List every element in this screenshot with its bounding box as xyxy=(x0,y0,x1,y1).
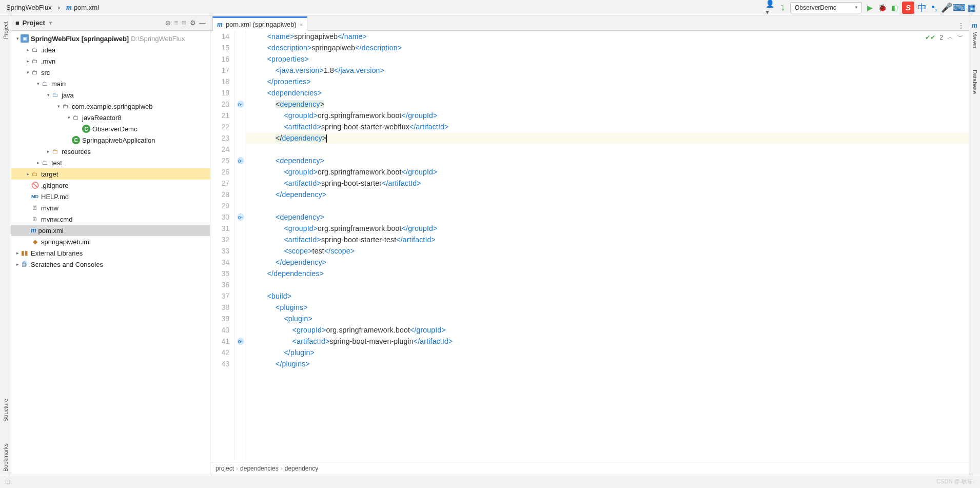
inspection-count: 2 xyxy=(939,34,943,41)
build-icon[interactable]: ⤵ xyxy=(778,3,787,12)
structure-breadcrumb: project › dependencies › dependency xyxy=(210,462,969,475)
workspace: Project Structure Bookmarks ■Project▼ ⊕ … xyxy=(0,15,980,475)
project-panel-title-label: Project xyxy=(23,19,45,27)
tree-scratches[interactable]: ▸🗐Scratches and Consoles xyxy=(11,259,210,270)
maven-file-icon: m xyxy=(66,4,72,12)
tree-test[interactable]: ▸🗀test xyxy=(11,157,210,168)
nav-crumb-file-label: pom.xml xyxy=(74,4,99,11)
collapse-all-icon[interactable]: ≣ xyxy=(181,19,187,27)
run-config-label: ObserverDemc xyxy=(795,4,836,11)
tree-resources[interactable]: ▸🗀resources xyxy=(11,146,210,157)
editor-area: m pom.xml (springapiweb) × ⋮ 14151617181… xyxy=(210,15,969,475)
ime-grid-icon[interactable]: ▦ xyxy=(967,3,976,12)
tree-target[interactable]: ▸🗀target xyxy=(11,168,210,180)
tree-src[interactable]: ▾🗀src xyxy=(11,67,210,78)
inspection-widget[interactable]: ✔✔ 2 ︿ ﹀ xyxy=(925,33,964,42)
project-panel-title[interactable]: ■Project▼ xyxy=(15,19,53,27)
crumb-dependency[interactable]: dependency xyxy=(285,465,318,472)
project-panel-tools: ⊕ ≡ ≣ ⚙ — xyxy=(165,19,206,27)
tree-mvnwcmd[interactable]: ▸🗎mvnw.cmd xyxy=(11,213,210,225)
nav-crumb-project-label: SpringWebFlux xyxy=(6,4,52,11)
toolbar-right: 👤▾ ⤵ ObserverDemc ▶ 🐞 ◧ S 中 •, 🎤 ⌨ ▦ xyxy=(766,2,976,14)
tree-help[interactable]: ▸MDHELP.md xyxy=(11,191,210,202)
status-bar: ▢ CSDN @-耿瑞- xyxy=(0,475,980,488)
user-icon[interactable]: 👤▾ xyxy=(766,3,775,12)
navigation-bar: SpringWebFlux › m pom.xml 👤▾ ⤵ ObserverD… xyxy=(0,0,980,15)
chevron-right-icon: › xyxy=(236,465,238,472)
expand-all-icon[interactable]: ≡ xyxy=(174,19,178,27)
code-content[interactable]: ✔✔ 2 ︿ ﹀ <name>springapiweb</name> <desc… xyxy=(246,31,969,462)
locate-icon[interactable]: ⊕ xyxy=(165,19,171,27)
status-icon[interactable]: ▢ xyxy=(5,478,10,485)
debug-icon[interactable]: 🐞 xyxy=(877,3,887,12)
tree-iml[interactable]: ▸◆springapiweb.iml xyxy=(11,236,210,247)
sogou-ime-icon[interactable]: S xyxy=(902,2,914,14)
tree-main[interactable]: ▾🗀main xyxy=(11,78,210,89)
tree-gitignore[interactable]: ▸🚫.gitignore xyxy=(11,180,210,191)
project-tree[interactable]: ▾▣ SpringWebFlux [springapiweb] D:\Sprin… xyxy=(11,31,210,475)
crumb-project[interactable]: project xyxy=(215,465,234,472)
editor-more-icon[interactable]: ⋮ xyxy=(956,21,966,30)
project-panel-header: ■Project▼ ⊕ ≡ ≣ ⚙ — xyxy=(11,15,210,31)
chevron-right-icon: › xyxy=(281,465,283,472)
rail-bookmarks[interactable]: Bookmarks xyxy=(3,440,9,475)
tree-reactor[interactable]: ▾🗀javaReactor8 xyxy=(11,112,210,123)
tree-root-name: SpringWebFlux xyxy=(31,35,80,43)
watermark: CSDN @-耿瑞- xyxy=(936,478,975,485)
ime-keyboard-icon[interactable]: ⌨ xyxy=(954,3,964,12)
nav-crumb-file[interactable]: m pom.xml xyxy=(64,3,101,13)
chevron-up-icon[interactable]: ︿ xyxy=(947,33,953,42)
editor-tab-label: pom.xml (springapiweb) xyxy=(226,21,297,28)
tree-pkg[interactable]: ▾🗀com.example.springapiweb xyxy=(11,101,210,112)
close-tab-icon[interactable]: × xyxy=(300,22,303,28)
coverage-icon[interactable]: ◧ xyxy=(890,3,899,12)
chevron-right-icon: › xyxy=(56,3,62,12)
left-tool-rail: Project Structure Bookmarks xyxy=(0,15,11,475)
hide-icon[interactable]: — xyxy=(199,19,206,27)
inspection-ok-icon: ✔✔ xyxy=(925,34,935,41)
rail-project[interactable]: Project xyxy=(3,18,9,42)
settings-icon[interactable]: ⚙ xyxy=(190,19,196,27)
run-icon[interactable]: ▶ xyxy=(865,3,874,12)
tree-root-bracket: [springapiweb] xyxy=(82,35,129,43)
tree-idea[interactable]: ▸🗀.idea xyxy=(11,44,210,55)
right-tool-rail: m Maven Database xyxy=(969,15,980,475)
status-left: ▢ xyxy=(5,478,10,485)
ime-punct-icon[interactable]: •, xyxy=(930,3,939,12)
tree-mvnw[interactable]: ▸🗎mvnw xyxy=(11,202,210,213)
editor-tab-pom[interactable]: m pom.xml (springapiweb) × xyxy=(212,16,307,31)
crumb-dependencies[interactable]: dependencies xyxy=(240,465,279,472)
tree-external-libs[interactable]: ▸▮▮External Libraries xyxy=(11,247,210,259)
nav-crumb-project[interactable]: SpringWebFlux xyxy=(4,3,54,12)
tree-root-path: D:\SpringWebFlux xyxy=(131,35,185,43)
project-tool-window: ■Project▼ ⊕ ≡ ≣ ⚙ — ▾▣ SpringWebFlux [sp… xyxy=(11,15,210,475)
tree-pom[interactable]: ▸m pom.xml xyxy=(11,225,210,236)
editor-tabbar: m pom.xml (springapiweb) × ⋮ xyxy=(210,15,969,31)
rail-structure[interactable]: Structure xyxy=(3,396,9,425)
run-config-select[interactable]: ObserverDemc xyxy=(790,2,862,13)
ime-zh-icon[interactable]: 中 xyxy=(917,3,927,12)
nav-breadcrumb: SpringWebFlux › m pom.xml xyxy=(4,3,101,13)
rail-maven[interactable]: m Maven xyxy=(972,18,978,51)
marker-gutter: o+o+o+o+ xyxy=(235,31,246,462)
editor-body[interactable]: 1415161718192021222324252627282930313233… xyxy=(210,31,969,462)
ime-mic-icon[interactable]: 🎤 xyxy=(942,3,951,12)
rail-database[interactable]: Database xyxy=(972,67,978,97)
chevron-down-icon[interactable]: ﹀ xyxy=(957,33,964,42)
tree-app[interactable]: ▸CSpringapiwebApplication xyxy=(11,134,210,146)
line-number-gutter: 1415161718192021222324252627282930313233… xyxy=(210,31,235,462)
tree-mvn[interactable]: ▸🗀.mvn xyxy=(11,55,210,67)
tree-java[interactable]: ▾🗀java xyxy=(11,89,210,101)
maven-file-icon: m xyxy=(217,21,223,29)
tree-observer[interactable]: ▸CObserverDemc xyxy=(11,123,210,134)
tree-root[interactable]: ▾▣ SpringWebFlux [springapiweb] D:\Sprin… xyxy=(11,33,210,44)
